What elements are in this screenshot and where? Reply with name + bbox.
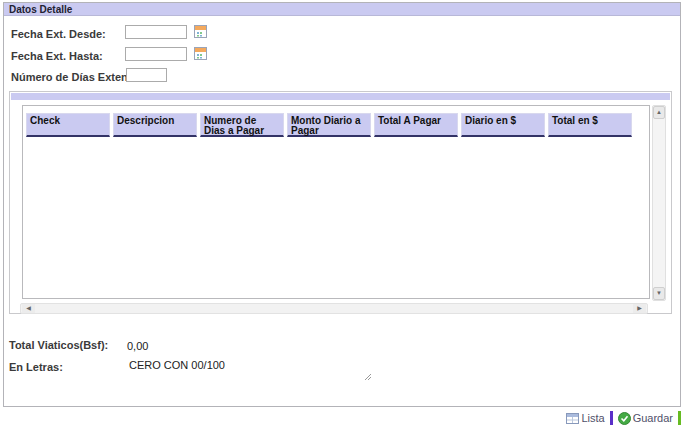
horizontal-scrollbar[interactable]: ◀ ▶	[20, 303, 648, 314]
guardar-button-label: Guardar	[633, 412, 673, 424]
scroll-up-icon[interactable]: ▲	[653, 106, 665, 119]
column-header-check: Check	[26, 113, 110, 137]
column-header-total-a-pagar: Total A Pagar	[374, 113, 458, 137]
fecha-hasta-input[interactable]	[125, 47, 187, 61]
column-header-diario-en: Diario en $	[461, 113, 545, 137]
datos-detalle-panel: Datos Detalle Fecha Ext. Desde: Fecha Ex…	[3, 2, 681, 407]
fecha-desde-label: Fecha Ext. Desde:	[11, 28, 106, 40]
fecha-desde-input[interactable]	[125, 25, 187, 39]
lista-button-label: Lista	[581, 412, 604, 424]
en-letras-textarea[interactable]: CERO CON 00/100	[129, 359, 373, 381]
check-circle-icon	[618, 412, 631, 425]
table-header-row: CheckDescripcionNumero de Dias a PagarMo…	[26, 113, 635, 137]
guardar-separator-bar	[678, 411, 681, 425]
grid-panel-header-strip	[11, 93, 670, 100]
total-viaticos-label: Total Viaticos(Bsf):	[9, 339, 108, 351]
calendar-icon	[194, 47, 207, 60]
list-table-icon	[566, 413, 579, 424]
detail-table: CheckDescripcionNumero de Dias a PagarMo…	[22, 105, 650, 299]
scroll-right-icon[interactable]: ▶	[633, 304, 646, 313]
scroll-down-icon[interactable]: ▼	[653, 287, 665, 300]
scroll-left-icon[interactable]: ◀	[22, 304, 35, 313]
en-letras-label: En Letras:	[9, 361, 63, 373]
num-dias-input[interactable]	[126, 68, 167, 82]
column-header-descripcion: Descripcion	[113, 113, 197, 137]
fecha-desde-calendar-button[interactable]	[194, 25, 207, 38]
total-viaticos-value: 0,00	[127, 340, 148, 352]
vertical-scrollbar[interactable]: ▲ ▼	[652, 105, 666, 301]
lista-separator-bar	[610, 411, 613, 425]
lista-button[interactable]: Lista	[566, 412, 604, 424]
column-header-numero-de-dias-a-pagar: Numero de Dias a Pagar	[200, 113, 284, 137]
fecha-hasta-label: Fecha Ext. Hasta:	[11, 50, 103, 62]
column-header-monto-diario-a-pagar: Monto Diario a Pagar	[287, 113, 371, 137]
fecha-hasta-calendar-button[interactable]	[194, 47, 207, 60]
calendar-icon	[194, 25, 207, 38]
column-header-total-en: Total en $	[548, 113, 632, 137]
action-bar: Lista Guardar	[0, 410, 681, 426]
guardar-button[interactable]: Guardar	[618, 412, 673, 425]
detail-grid-panel: CheckDescripcionNumero de Dias a PagarMo…	[9, 91, 672, 314]
textarea-resize-grip[interactable]	[364, 373, 372, 381]
panel-title: Datos Detalle	[4, 3, 680, 16]
